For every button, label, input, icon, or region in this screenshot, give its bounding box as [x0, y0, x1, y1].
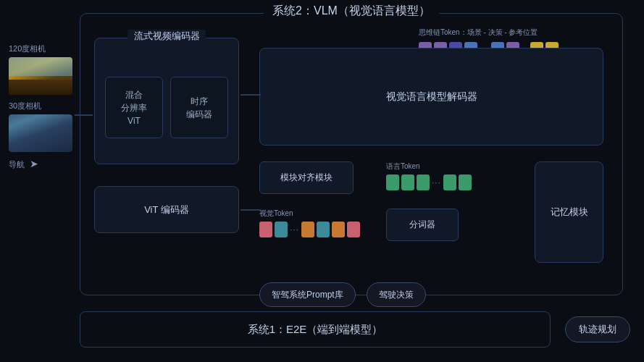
lang-token-green4 — [443, 174, 456, 190]
system1-title: 系统1：E2E（端到端模型） — [248, 323, 383, 337]
lang-token-green3 — [417, 174, 430, 190]
camera2-image — [9, 114, 72, 152]
lang-token-area: 语言Token ··· — [386, 161, 472, 190]
visual-token-teal2 — [317, 222, 330, 237]
visual-token-orange1 — [301, 222, 314, 237]
visual-token-pink1 — [259, 222, 272, 237]
visual-token-pink2 — [347, 222, 360, 237]
desert-image — [9, 57, 72, 95]
camera1-image — [9, 57, 72, 95]
vit-encoder-box: ViT 编码器 — [94, 186, 239, 233]
temporal-encoder-label: 时序编码器 — [186, 95, 212, 121]
connector-cameras-encoder — [75, 114, 93, 116]
bottom-modules: 模块对齐模块 语言Token ··· 记忆模块 视觉T — [259, 161, 603, 285]
right-area: 思维链Token：场景 - 决策 - 参考位置 ··· ·· 视觉语言模型解码器 — [259, 28, 607, 292]
mixed-resolution-label: 混合分辨率ViT — [121, 88, 147, 127]
memory-text: 记忆模块 — [551, 206, 588, 219]
camera2-label: 30度相机 — [9, 101, 78, 111]
visual-token-teal1 — [275, 222, 288, 237]
prompt-library-button[interactable]: 智驾系统Prompt库 — [259, 282, 356, 307]
tokenizer-text: 分词器 — [409, 219, 435, 231]
lang-token-row: ··· — [386, 174, 472, 190]
mixed-resolution-vit-box: 混合分辨率ViT — [105, 77, 163, 138]
camera1-label: 120度相机 — [9, 43, 78, 54]
vit-encoder-text: ViT 编码器 — [144, 203, 189, 216]
module-align-box: 模块对齐模块 — [259, 161, 354, 194]
lang-token-dots: ··· — [432, 177, 441, 188]
visual-token-dots: ··· — [290, 224, 299, 235]
trajectory-text: 轨迹规划 — [579, 323, 616, 336]
thinking-label: 思维链Token：场景 - 决策 - 参考位置 — [419, 28, 538, 38]
streaming-encoder-box: 流式视频编码器 混合分辨率ViT 时序编码器 — [94, 38, 239, 164]
system1-box: 系统1：E2E（端到端模型） — [80, 311, 551, 348]
lang-token-green5 — [459, 174, 472, 190]
main-container: 系统2：VLM（视觉语言模型） 120度相机 30度相机 导航 ➤ 流式视频编码… — [0, 0, 644, 362]
vlm-decoder-text: 视觉语言模型解码器 — [386, 90, 477, 104]
driving-decision-button[interactable]: 驾驶决策 — [367, 282, 426, 307]
module-align-text: 模块对齐模块 — [280, 172, 333, 184]
connector-encoder-vlm — [241, 94, 261, 96]
trajectory-box[interactable]: 轨迹规划 — [565, 316, 630, 342]
encoder-inner-boxes: 混合分辨率ViT 时序编码器 — [95, 38, 238, 164]
visual-token-area: 视觉Token ··· — [259, 209, 360, 237]
lang-token-green2 — [401, 174, 414, 190]
streaming-encoder-title: 流式视频编码器 — [128, 30, 206, 43]
visual-token-label: 视觉Token — [259, 209, 293, 219]
mountain-image — [9, 114, 72, 152]
system2-title: 系统2：VLM（视觉语言模型） — [264, 4, 439, 19]
visual-token-row: ··· — [259, 222, 360, 237]
prompt-library-label: 智驾系统Prompt库 — [272, 289, 343, 301]
nav-label: 导航 ➤ — [9, 158, 78, 170]
connector-vit-vlm — [241, 209, 261, 211]
bottom-buttons: 智驾系统Prompt库 驾驶决策 — [259, 282, 426, 307]
lang-token-label: 语言Token — [386, 161, 420, 172]
lang-token-green1 — [386, 174, 399, 190]
temporal-encoder-box: 时序编码器 — [170, 77, 228, 138]
cameras-section: 120度相机 30度相机 导航 ➤ — [9, 43, 78, 172]
visual-token-orange2 — [332, 222, 345, 237]
memory-box: 记忆模块 — [535, 161, 603, 263]
driving-decision-label: 驾驶决策 — [379, 289, 414, 301]
tokenizer-box: 分词器 — [386, 209, 459, 241]
navigation-icon: ➤ — [30, 158, 38, 169]
vlm-decoder-box: 视觉语言模型解码器 — [259, 48, 603, 146]
